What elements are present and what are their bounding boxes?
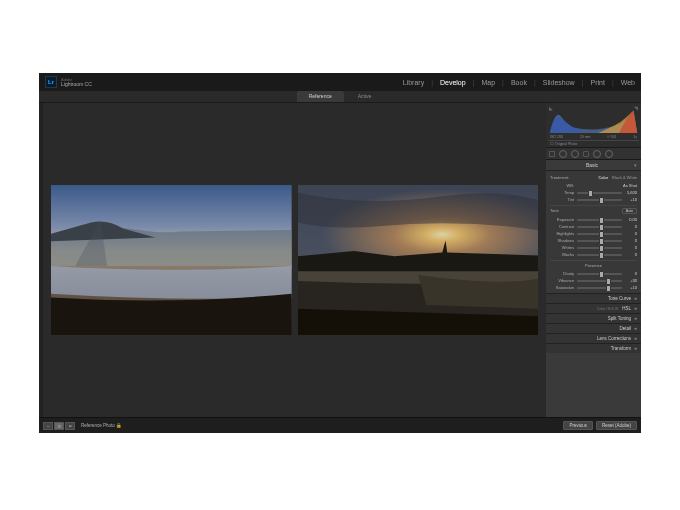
exposure-slider[interactable]	[577, 219, 622, 221]
lr-icon: Lr	[45, 76, 57, 88]
auto-tone-button[interactable]: Auto	[622, 208, 637, 214]
shadows-value[interactable]: 0	[625, 238, 637, 243]
main-area: ◣ ◥ ISO 200 24 mm f / 8.0 1s ☐ Original …	[39, 103, 641, 417]
tab-active[interactable]: Active	[346, 91, 384, 102]
basic-panel: Treatment: Color Black & White WB:As Sho…	[546, 171, 641, 293]
contrast-value[interactable]: 0	[625, 224, 637, 229]
reference-view-icon[interactable]: ◫	[54, 422, 64, 430]
vibrance-slider[interactable]	[577, 280, 622, 282]
tint-value[interactable]: +10	[625, 197, 637, 202]
redeye-tool-icon[interactable]	[571, 150, 579, 158]
shadows-slider[interactable]	[577, 240, 622, 242]
module-slideshow[interactable]: Slideshow	[543, 79, 575, 86]
shadow-clip-icon[interactable]: ◣	[548, 105, 554, 111]
tool-strip	[546, 148, 641, 160]
wb-preset-dropdown[interactable]: As Shot	[623, 183, 637, 188]
whites-slider[interactable]	[577, 247, 622, 249]
saturation-slider[interactable]	[577, 287, 622, 289]
tint-slider[interactable]	[577, 199, 622, 201]
grad-filter-icon[interactable]	[583, 151, 589, 157]
loupe-view-icon[interactable]: ▭	[43, 422, 53, 430]
temp-value[interactable]: 5,600	[625, 190, 637, 195]
module-book[interactable]: Book	[511, 79, 527, 86]
lens-corrections-panel[interactable]: Lens Corrections◂	[546, 333, 641, 343]
product-name: Lightroom CC	[61, 82, 92, 87]
treatment-color[interactable]: Color	[598, 175, 608, 180]
temp-slider[interactable]	[577, 192, 622, 194]
lock-icon[interactable]: 🔒	[116, 423, 122, 428]
footer-label: Reference Photo 🔒	[81, 423, 122, 428]
detail-panel[interactable]: Detail◂	[546, 323, 641, 333]
contrast-slider[interactable]	[577, 226, 622, 228]
module-library[interactable]: Library	[403, 79, 424, 86]
blacks-value[interactable]: 0	[625, 252, 637, 257]
active-photo[interactable]	[298, 185, 539, 335]
exposure-value[interactable]: 0.00	[625, 217, 637, 222]
treatment-label: Treatment:	[550, 175, 569, 180]
tone-curve-panel[interactable]: Tone Curve◂	[546, 293, 641, 303]
saturation-value[interactable]: +10	[625, 285, 637, 290]
previous-button[interactable]: Previous	[563, 421, 593, 430]
brush-tool-icon[interactable]	[605, 150, 613, 158]
right-panel: ◣ ◥ ISO 200 24 mm f / 8.0 1s ☐ Original …	[546, 103, 641, 417]
compare-tabs: Reference Active	[39, 91, 641, 103]
toolbar-footer: ▭ ◫ ⊟ Reference Photo 🔒 Previous Reset (…	[39, 417, 641, 433]
original-photo-toggle[interactable]: ☐ Original Photo	[548, 140, 639, 147]
reset-button[interactable]: Reset (Adobe)	[596, 421, 637, 430]
highlight-clip-icon[interactable]: ◥	[633, 105, 639, 111]
clarity-slider[interactable]	[577, 273, 622, 275]
treatment-bw[interactable]: Black & White	[612, 175, 637, 180]
tab-reference[interactable]: Reference	[297, 91, 344, 102]
transform-panel[interactable]: Transform◂	[546, 343, 641, 353]
module-map[interactable]: Map	[481, 79, 495, 86]
before-after-view-icon[interactable]: ⊟	[65, 422, 75, 430]
brand-logo: Lr Adobe Lightroom CC	[45, 76, 92, 88]
titlebar: Lr Adobe Lightroom CC Library| Develop| …	[39, 73, 641, 91]
vibrance-value[interactable]: +30	[625, 278, 637, 283]
highlights-value[interactable]: 0	[625, 231, 637, 236]
split-toning-panel[interactable]: Split Toning◂	[546, 313, 641, 323]
crop-tool-icon[interactable]	[549, 151, 555, 157]
image-viewer	[43, 103, 546, 417]
module-web[interactable]: Web	[621, 79, 635, 86]
spot-tool-icon[interactable]	[559, 150, 567, 158]
reference-photo[interactable]	[51, 185, 292, 335]
module-picker: Library| Develop| Map| Book| Slideshow| …	[403, 79, 635, 86]
whites-value[interactable]: 0	[625, 245, 637, 250]
basic-panel-header[interactable]: Basic▾	[546, 160, 641, 171]
blacks-slider[interactable]	[577, 254, 622, 256]
radial-filter-icon[interactable]	[593, 150, 601, 158]
histogram-panel[interactable]: ◣ ◥ ISO 200 24 mm f / 8.0 1s ☐ Original …	[546, 103, 641, 148]
hsl-panel[interactable]: Color / B & WHSL◂	[546, 303, 641, 313]
lightroom-window: Lr Adobe Lightroom CC Library| Develop| …	[39, 73, 641, 433]
clarity-value[interactable]: 0	[625, 271, 637, 276]
highlights-slider[interactable]	[577, 233, 622, 235]
module-print[interactable]: Print	[590, 79, 604, 86]
module-develop[interactable]: Develop	[440, 79, 466, 86]
